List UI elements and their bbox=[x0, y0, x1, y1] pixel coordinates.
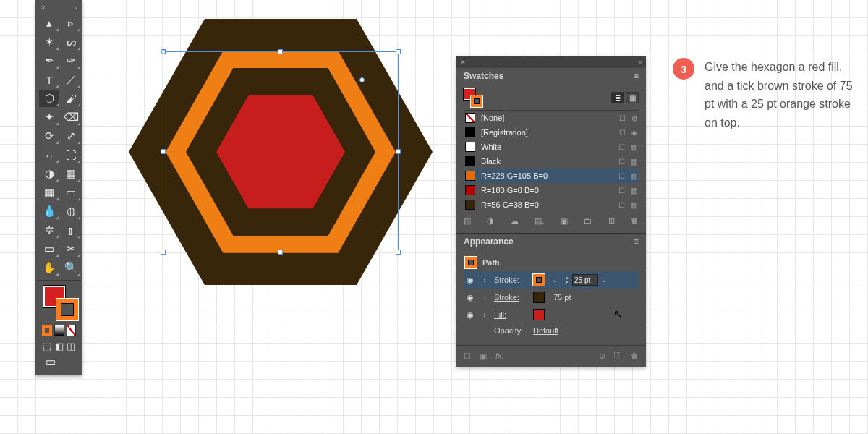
tool-mesh[interactable]: ▦ bbox=[39, 184, 59, 201]
handle-w[interactable] bbox=[161, 149, 166, 154]
tool-scale[interactable]: ⤢ bbox=[61, 127, 81, 145]
draw-normal-icon[interactable]: ⬚ bbox=[42, 339, 52, 352]
handle-ne[interactable] bbox=[396, 49, 401, 54]
tool-perspective-grid[interactable]: ▦ bbox=[61, 165, 81, 182]
canvas-hexagon[interactable] bbox=[129, 7, 433, 297]
tool-blend[interactable]: ◍ bbox=[61, 203, 81, 220]
tool-slice[interactable]: ✂ bbox=[61, 240, 81, 258]
gradient-mode-btn[interactable] bbox=[54, 325, 64, 336]
new-swatch-icon[interactable]: ⊞ bbox=[608, 216, 615, 226]
collapse-chevron[interactable]: « bbox=[74, 4, 77, 12]
swatch-options-icon[interactable]: ☁ bbox=[511, 216, 519, 226]
swatch-row[interactable]: R=228 G=105 B=0☐▥ bbox=[464, 169, 639, 183]
none-mode-btn[interactable] bbox=[67, 325, 76, 336]
new-stroke-icon[interactable]: ☐ bbox=[464, 352, 471, 361]
tool-eyedropper[interactable]: 💧 bbox=[39, 203, 59, 220]
swatch-row[interactable]: R=180 G=0 B=0☐▥ bbox=[464, 183, 639, 197]
new-fill-icon[interactable]: ▣ bbox=[480, 352, 487, 361]
tool-direct-selection[interactable]: ▹ bbox=[61, 14, 81, 32]
appearance-panel-title[interactable]: Appearance ≡ bbox=[456, 234, 646, 250]
tool-pen[interactable]: ✒ bbox=[39, 52, 59, 69]
panel-dock-header[interactable]: ✕ « bbox=[456, 56, 646, 68]
appearance-fill-row[interactable]: ◉›Fill: bbox=[464, 306, 639, 323]
chip-dropdown[interactable]: ⌄ bbox=[552, 276, 558, 284]
screen-mode-icon[interactable]: ▭ bbox=[42, 355, 59, 368]
tool-selection[interactable]: ▴ bbox=[39, 14, 59, 32]
visibility-icon[interactable]: ◉ bbox=[465, 293, 475, 302]
swatches-panel-title[interactable]: Swatches ≡ bbox=[456, 68, 646, 84]
grid-view-icon[interactable]: ▦ bbox=[626, 92, 639, 103]
tool-hand[interactable]: ✋ bbox=[39, 259, 59, 276]
handle-s[interactable] bbox=[278, 250, 283, 255]
color-mode-btn[interactable] bbox=[42, 325, 52, 336]
appearance-stroke-row[interactable]: ◉›Stroke:75 pt bbox=[464, 289, 639, 306]
delete-item-icon[interactable]: 🗑 bbox=[631, 352, 639, 361]
opacity-row[interactable]: Opacity: Default bbox=[464, 323, 639, 338]
handle-sw[interactable] bbox=[161, 250, 166, 255]
stroke-chip[interactable] bbox=[533, 274, 545, 286]
panel-menu-icon[interactable]: ≡ bbox=[634, 237, 639, 247]
tool-width[interactable]: ↔ bbox=[39, 146, 59, 163]
tool-curvature[interactable]: ✑ bbox=[61, 52, 81, 69]
handle-se[interactable] bbox=[396, 250, 401, 255]
tool-gradient[interactable]: ▭ bbox=[61, 184, 81, 201]
visibility-icon[interactable]: ◉ bbox=[465, 276, 475, 285]
tool-line-segment[interactable]: ／ bbox=[61, 71, 81, 88]
weight-dropdown[interactable]: ⌄ bbox=[601, 276, 607, 284]
tool-shape-builder[interactable]: ◑ bbox=[39, 165, 59, 182]
swatch-libraries-icon[interactable]: ▥ bbox=[464, 216, 471, 226]
color-chip[interactable] bbox=[533, 292, 545, 303]
tool-shaper[interactable]: ✦ bbox=[39, 109, 59, 126]
duplicate-item-icon[interactable]: ⿻ bbox=[614, 352, 622, 361]
tool-free-transform[interactable]: ⛶ bbox=[61, 146, 81, 163]
swatch-row[interactable]: [Registration]☐◈ bbox=[464, 125, 639, 140]
clear-appearance-icon[interactable]: ⊘ bbox=[599, 352, 605, 361]
color-group-icon[interactable]: ▤. bbox=[535, 216, 544, 226]
tool-polygon[interactable]: ⬡ bbox=[39, 90, 59, 107]
draw-behind-icon[interactable]: ◧ bbox=[54, 339, 64, 352]
tool-paintbrush[interactable]: 🖌 bbox=[61, 90, 81, 107]
disclosure-arrow[interactable]: › bbox=[481, 310, 488, 319]
swatch-row[interactable]: White☐▥ bbox=[464, 140, 639, 154]
new-folder-icon[interactable]: 🗀 bbox=[584, 216, 592, 226]
add-effect-icon[interactable]: fx. bbox=[495, 352, 504, 361]
stroke-weight-input[interactable] bbox=[572, 274, 598, 286]
opacity-value[interactable]: Default bbox=[533, 326, 558, 335]
swatch-row[interactable]: Black☐▥ bbox=[464, 154, 639, 169]
disclosure-arrow[interactable]: › bbox=[481, 293, 488, 302]
tool-symbol-sprayer[interactable]: ✲ bbox=[39, 221, 59, 239]
tool-magic-wand[interactable]: ✶ bbox=[39, 33, 59, 51]
visibility-icon[interactable]: ◉ bbox=[465, 310, 475, 320]
close-icon[interactable]: ✕ bbox=[460, 59, 466, 66]
draw-inside-icon[interactable]: ◫ bbox=[66, 339, 76, 352]
delete-swatch-icon[interactable]: 🗑 bbox=[631, 216, 639, 226]
disclosure-arrow[interactable]: › bbox=[481, 276, 488, 284]
tool-rotate[interactable]: ⟳ bbox=[39, 127, 59, 145]
tool-artboard[interactable]: ▭ bbox=[39, 240, 59, 258]
selection-bounds[interactable] bbox=[163, 51, 399, 252]
handle-n[interactable] bbox=[278, 49, 283, 54]
swatch-row[interactable]: R=56 G=38 B=0☐▥ bbox=[464, 197, 639, 212]
new-color-group-icon[interactable]: ▣ bbox=[561, 216, 568, 226]
fill-stroke-indicator[interactable] bbox=[38, 283, 80, 323]
close-icon[interactable]: ✕ bbox=[41, 4, 46, 12]
stroke-weight-stepper[interactable]: ▴▾⌄ bbox=[563, 274, 607, 286]
collapse-chevron[interactable]: « bbox=[639, 59, 642, 66]
appearance-title-label: Appearance bbox=[464, 237, 514, 247]
tool-column-graph[interactable]: ⫿ bbox=[61, 221, 81, 239]
rotate-ref-icon[interactable] bbox=[359, 77, 365, 82]
appearance-stroke-row[interactable]: ◉›Stroke:⌄▴▾⌄ bbox=[464, 271, 639, 289]
tool-zoom[interactable]: 🔍 bbox=[61, 259, 81, 276]
tools-panel-header[interactable]: ✕ « bbox=[38, 3, 80, 13]
tool-eraser[interactable]: ⌫ bbox=[61, 109, 81, 126]
swatches-fill-stroke[interactable] bbox=[464, 88, 484, 107]
handle-e[interactable] bbox=[396, 149, 401, 154]
panel-menu-icon[interactable]: ≡ bbox=[634, 71, 639, 81]
tool-lasso[interactable]: ᔕ bbox=[61, 33, 81, 51]
tool-type[interactable]: T bbox=[39, 71, 59, 88]
swatch-row[interactable]: [None]☐⊘ bbox=[464, 111, 639, 125]
stroke-swatch[interactable] bbox=[56, 299, 78, 320]
swatch-kind-icon[interactable]: ◑ bbox=[487, 216, 494, 226]
color-chip[interactable] bbox=[533, 309, 545, 320]
list-view-icon[interactable]: ≣ bbox=[611, 92, 624, 103]
